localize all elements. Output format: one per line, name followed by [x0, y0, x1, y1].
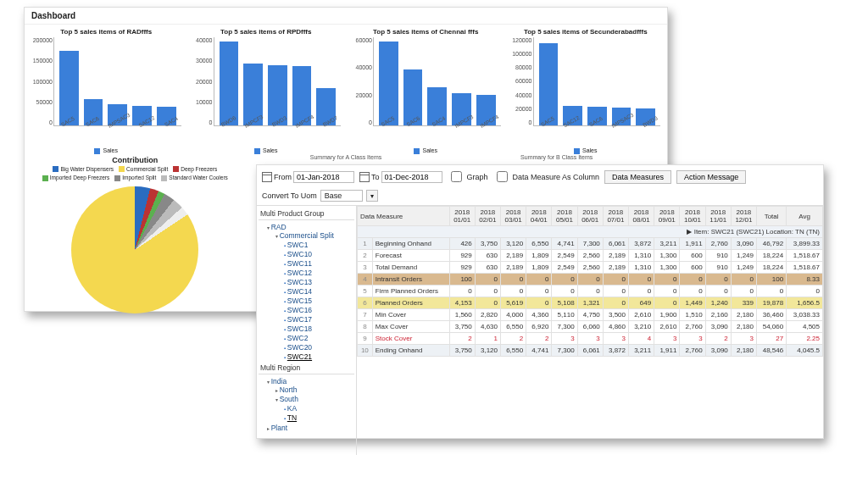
- grid-cell[interactable]: 2,160: [705, 309, 731, 321]
- grid-cell[interactable]: 1,240: [705, 297, 731, 309]
- period-header[interactable]: 201804/01: [526, 207, 552, 226]
- grid-cell[interactable]: 1,900: [654, 309, 680, 321]
- tree-node-swc[interactable]: SWC15: [284, 296, 354, 305]
- grid-cell[interactable]: 6,550: [500, 345, 526, 357]
- grid-cell[interactable]: 1,310: [629, 262, 654, 274]
- grid-cell[interactable]: 3,120: [475, 345, 500, 357]
- period-header[interactable]: 201805/01: [552, 207, 577, 226]
- grid-cell[interactable]: 4,860: [603, 321, 628, 333]
- grid-cell[interactable]: 2: [526, 333, 552, 345]
- tree-node-commercial-split[interactable]: Commercial Split SWC1SWC10SWC11SWC12SWC1…: [275, 231, 354, 362]
- grid-cell[interactable]: 5,619: [500, 297, 526, 309]
- grid-cell[interactable]: 0: [629, 274, 654, 286]
- grid-cell[interactable]: 6,920: [526, 321, 552, 333]
- grid-cell[interactable]: 4,153: [449, 297, 475, 309]
- grid-cell[interactable]: 4: [629, 333, 654, 345]
- grid-cell[interactable]: 2,189: [500, 262, 526, 274]
- tree-node-swc[interactable]: SWC2: [284, 333, 354, 342]
- grid-cell[interactable]: 0: [731, 286, 756, 297]
- tree-node-rad[interactable]: RAD Commercial Split SWC1SWC10SWC11SWC12…: [267, 222, 354, 362]
- grid-cell[interactable]: 600: [680, 262, 705, 274]
- grid-cell[interactable]: 2,189: [603, 250, 628, 262]
- grid-cell[interactable]: 7,300: [552, 321, 577, 333]
- chevron-down-icon[interactable]: ▾: [366, 190, 378, 202]
- tree-node-swc[interactable]: SWC11: [284, 258, 354, 268]
- grid-row[interactable]: 3Total Demand9296302,1891,8092,5492,5602…: [358, 262, 823, 274]
- grid-cell[interactable]: 3,750: [475, 238, 500, 250]
- grid-cell[interactable]: 0: [500, 274, 526, 286]
- grid-cell[interactable]: 3,872: [603, 345, 628, 357]
- grid-cell[interactable]: 2: [500, 333, 526, 345]
- grid-cell[interactable]: 426: [449, 238, 475, 250]
- period-header[interactable]: 201807/01: [603, 207, 628, 226]
- tree-node-india[interactable]: India North South KA TN: [267, 376, 354, 423]
- tree-node-swc[interactable]: SWC10: [284, 249, 354, 258]
- dm-as-column-checkbox[interactable]: Data Measure As Column: [493, 169, 600, 185]
- grid-cell[interactable]: 6,550: [500, 321, 526, 333]
- tree-node-north[interactable]: North: [275, 385, 354, 395]
- grid-cell[interactable]: 1,510: [680, 309, 705, 321]
- grid-cell[interactable]: 3,211: [654, 238, 680, 250]
- period-header[interactable]: 201810/01: [680, 207, 705, 226]
- grid-cell[interactable]: 630: [475, 262, 500, 274]
- grid-cell[interactable]: 2,549: [552, 250, 577, 262]
- grid-cell[interactable]: 3: [731, 333, 756, 345]
- grid-cell[interactable]: 7,300: [552, 345, 577, 357]
- period-header[interactable]: 201808/01: [629, 207, 654, 226]
- grid-cell[interactable]: 2,560: [577, 250, 603, 262]
- grid-cell[interactable]: 4,630: [475, 321, 500, 333]
- grid-cell[interactable]: 0: [705, 274, 731, 286]
- grid-cell[interactable]: 1,809: [526, 250, 552, 262]
- grid-cell[interactable]: 4,741: [526, 345, 552, 357]
- period-header[interactable]: 201811/01: [705, 207, 731, 226]
- grid-cell[interactable]: 0: [475, 297, 500, 309]
- grid-cell[interactable]: 0: [731, 274, 756, 286]
- period-header[interactable]: 201801/01: [449, 207, 475, 226]
- grid-cell[interactable]: 0: [654, 286, 680, 297]
- grid-cell[interactable]: 4,741: [552, 238, 577, 250]
- grid-cell[interactable]: 0: [680, 274, 705, 286]
- grid-cell[interactable]: 600: [680, 250, 705, 262]
- grid-cell[interactable]: 2,820: [475, 309, 500, 321]
- action-message-button[interactable]: Action Message: [676, 170, 746, 184]
- grid-cell[interactable]: 0: [603, 274, 628, 286]
- tree-node-swc[interactable]: SWC14: [284, 286, 354, 296]
- grid-cell[interactable]: 0: [603, 286, 628, 297]
- tree-node-swc[interactable]: SWC20: [284, 342, 354, 352]
- grid-cell[interactable]: 4,360: [526, 309, 552, 321]
- calendar-icon[interactable]: [262, 172, 272, 182]
- grid-cell[interactable]: 0: [552, 286, 577, 297]
- graph-checkbox[interactable]: Graph: [448, 169, 488, 185]
- grid-cell[interactable]: 0: [654, 274, 680, 286]
- to-date-input[interactable]: [381, 171, 442, 183]
- grid-cell[interactable]: 3,500: [603, 309, 628, 321]
- grid-cell[interactable]: 2,760: [680, 321, 705, 333]
- tree-node-ka[interactable]: KA: [284, 403, 354, 413]
- grid-cell[interactable]: 6,060: [577, 321, 603, 333]
- grid-cell[interactable]: 1,300: [654, 250, 680, 262]
- grid-cell[interactable]: 1,321: [577, 297, 603, 309]
- grid-cell[interactable]: 3,750: [449, 345, 475, 357]
- grid-cell[interactable]: 1,310: [629, 250, 654, 262]
- grid-cell[interactable]: 2: [449, 333, 475, 345]
- grid-cell[interactable]: 6,550: [526, 238, 552, 250]
- grid-cell[interactable]: 2,760: [705, 238, 731, 250]
- calendar-icon[interactable]: [359, 172, 370, 182]
- grid-cell[interactable]: 2,610: [629, 309, 654, 321]
- grid-cell[interactable]: 339: [731, 297, 756, 309]
- grid-cell[interactable]: 1,300: [654, 262, 680, 274]
- tree-node-swc[interactable]: SWC16: [284, 305, 354, 314]
- grid-cell[interactable]: 2,189: [603, 262, 628, 274]
- grid-cell[interactable]: 3,211: [629, 345, 654, 357]
- grid-cell[interactable]: 1,911: [680, 238, 705, 250]
- grid-cell[interactable]: 5,110: [552, 309, 577, 321]
- grid-cell[interactable]: 1,249: [731, 250, 756, 262]
- grid-cell[interactable]: 4,750: [577, 309, 603, 321]
- grid-cell[interactable]: 2,180: [731, 345, 756, 357]
- grid-cell[interactable]: 649: [629, 297, 654, 309]
- grid-cell[interactable]: 3,090: [705, 321, 731, 333]
- grid-cell[interactable]: 0: [526, 274, 552, 286]
- grid-cell[interactable]: 100: [449, 274, 475, 286]
- uom-select[interactable]: Base: [320, 190, 363, 202]
- period-header[interactable]: 201803/01: [500, 207, 526, 226]
